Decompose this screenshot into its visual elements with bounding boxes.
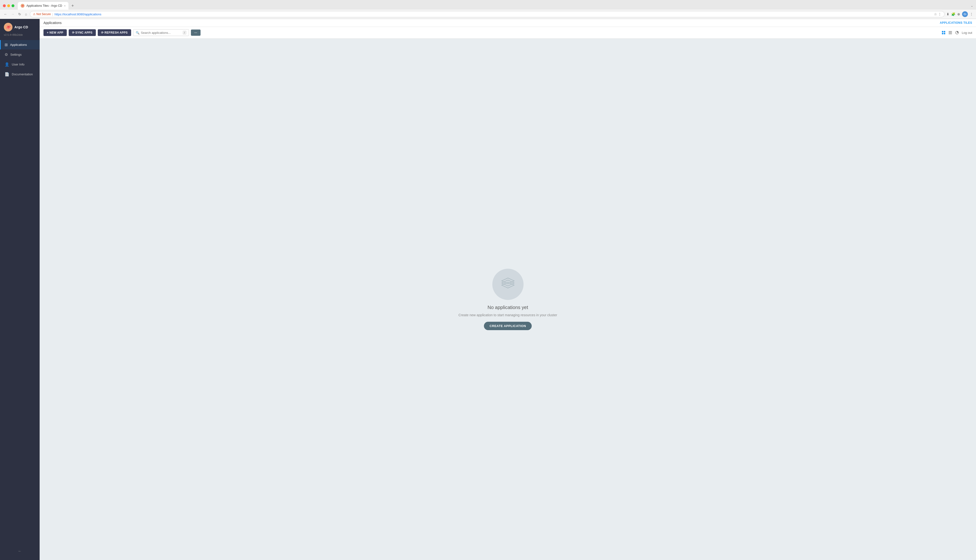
svg-rect-0 <box>942 31 943 32</box>
applications-icon: ⊞ <box>5 42 8 47</box>
address-separator: | <box>52 12 53 16</box>
home-button[interactable]: ⌂ <box>24 12 28 17</box>
main-content: Applications APPLICATIONS TILES + NEW AP… <box>40 19 976 560</box>
svg-marker-9 <box>501 280 514 286</box>
layers-icon <box>500 275 516 293</box>
sync-apps-button[interactable]: ⟳ SYNC APPS <box>69 29 96 36</box>
sidebar-item-label: Applications <box>10 43 27 47</box>
extension-icon[interactable]: ⋮ <box>938 12 941 16</box>
sidebar-item-user-info[interactable]: 👤 User Info <box>0 60 40 69</box>
sidebar-item-label: Settings <box>10 53 22 57</box>
view-tiles-link[interactable]: APPLICATIONS TILES <box>940 21 972 25</box>
browser-expand: ⌄ <box>971 4 973 7</box>
tab-favicon: 🐙 <box>21 4 25 8</box>
empty-state-subtitle: Create new application to start managing… <box>458 313 557 317</box>
svg-rect-4 <box>949 31 952 32</box>
downloads-icon[interactable]: ⬇ <box>946 12 949 16</box>
browser-title-bar: 🐙 Applications Tiles - Argo CD × + ⌄ <box>0 0 976 10</box>
browser-chrome: 🐙 Applications Tiles - Argo CD × + ⌄ ← →… <box>0 0 976 19</box>
tab-title: Applications Tiles - Argo CD <box>27 4 62 7</box>
sidebar-nav: ⊞ Applications ⚙ Settings 👤 User Info 📄 … <box>0 40 40 546</box>
create-application-button[interactable]: CREATE APPLICATION <box>484 322 532 330</box>
search-icon: 🔍 <box>136 31 140 35</box>
extensions-icon[interactable]: 🧩 <box>951 12 955 16</box>
empty-state-title: No applications yet <box>488 305 528 310</box>
warning-icon: ⚠ <box>33 12 35 16</box>
argo-logo-icon: 🐙 <box>4 23 12 32</box>
search-input[interactable] <box>141 31 181 35</box>
search-shortcut: / <box>183 31 186 35</box>
browser-nav-bar: ← → ↻ ⌂ ⚠ Not Secure | https://localhost… <box>0 10 976 19</box>
summary-view-button[interactable] <box>954 30 960 35</box>
sidebar-version: v2.5.4+86b2dde <box>0 33 40 40</box>
toolbar: + NEW APP ⟳ SYNC APPS ⟳ REFRESH APPS 🔍 /… <box>40 27 976 38</box>
search-container[interactable]: 🔍 / <box>133 29 189 36</box>
sidebar-collapse-button[interactable]: ← <box>0 546 40 556</box>
filter-button[interactable]: — <box>191 30 201 36</box>
docs-icon: 📄 <box>5 72 9 77</box>
sidebar: 🐙 Argo CD v2.5.4+86b2dde ⊞ Applications … <box>0 19 40 560</box>
tab-close-button[interactable]: × <box>64 4 65 7</box>
user-avatar[interactable]: Ci <box>962 11 968 17</box>
minimize-window-button[interactable] <box>7 4 10 7</box>
page-title: Applications <box>43 21 62 25</box>
view-toggle <box>941 30 960 35</box>
svg-rect-3 <box>944 33 945 34</box>
address-bar[interactable]: ⚠ Not Secure | https://localhost:8080/ap… <box>30 11 944 17</box>
sidebar-item-label: User Info <box>12 63 25 66</box>
empty-state-icon-circle <box>492 269 523 300</box>
svg-marker-8 <box>501 282 514 288</box>
refresh-apps-button[interactable]: ⟳ REFRESH APPS <box>98 29 131 36</box>
sidebar-item-settings[interactable]: ⚙ Settings <box>0 50 40 59</box>
top-bar: Applications APPLICATIONS TILES <box>40 19 976 27</box>
sidebar-item-documentation[interactable]: 📄 Documentation <box>0 70 40 79</box>
new-tab-button[interactable]: + <box>70 3 75 8</box>
top-bar-actions: APPLICATIONS TILES <box>940 21 972 25</box>
sidebar-item-applications[interactable]: ⊞ Applications <box>0 40 40 50</box>
not-secure-indicator: ⚠ Not Secure <box>33 12 51 16</box>
profile-icon[interactable]: ⊕ <box>957 12 960 16</box>
settings-icon: ⚙ <box>5 52 8 57</box>
svg-rect-6 <box>949 33 952 34</box>
svg-rect-2 <box>942 33 943 34</box>
svg-rect-1 <box>944 31 945 32</box>
forward-button[interactable]: → <box>10 12 15 17</box>
browser-tab[interactable]: 🐙 Applications Tiles - Argo CD × <box>18 2 69 10</box>
user-icon: 👤 <box>5 62 9 67</box>
maximize-window-button[interactable] <box>12 4 14 7</box>
app-container: 🐙 Argo CD v2.5.4+86b2dde ⊞ Applications … <box>0 19 976 560</box>
new-app-button[interactable]: + NEW APP <box>43 29 67 36</box>
menu-icon[interactable]: ⋮ <box>970 12 973 16</box>
empty-state: No applications yet Create new applicati… <box>40 38 976 560</box>
sidebar-item-label: Documentation <box>12 72 33 76</box>
list-view-button[interactable] <box>948 30 953 35</box>
reload-button[interactable]: ↻ <box>17 12 22 17</box>
svg-marker-10 <box>501 278 514 284</box>
svg-rect-5 <box>949 32 952 33</box>
sidebar-logo: 🐙 Argo CD <box>0 19 40 33</box>
address-bar-actions: ☆ ⋮ <box>934 12 941 16</box>
bookmark-icon[interactable]: ☆ <box>934 12 937 16</box>
close-window-button[interactable] <box>3 4 6 7</box>
browser-toolbar-icons: ⬇ 🧩 ⊕ Ci ⋮ <box>946 11 973 17</box>
browser-window-controls <box>3 4 14 7</box>
address-url: https://localhost:8080/applications <box>55 12 101 16</box>
back-button[interactable]: ← <box>3 12 8 17</box>
logout-button[interactable]: Log out <box>962 31 972 35</box>
tile-view-button[interactable] <box>941 30 946 35</box>
logo-text: Argo CD <box>14 25 28 29</box>
